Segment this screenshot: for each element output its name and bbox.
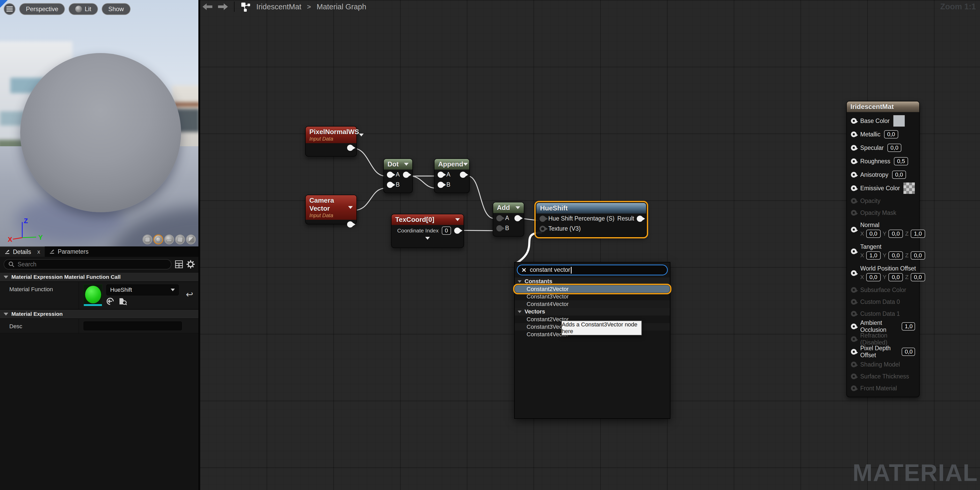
pin-value[interactable]: 0,0 [888,144,902,152]
chevron-down-icon[interactable] [455,218,460,221]
input-pin[interactable] [851,324,857,329]
mesh-cube-button[interactable] [175,235,185,244]
chevron-down-icon[interactable] [515,206,520,209]
use-selected-asset-icon[interactable] [106,297,114,305]
chevron-down-icon[interactable] [359,134,364,136]
z-value[interactable]: 1,0 [911,230,925,238]
y-value[interactable]: 0,0 [888,251,903,260]
pin-row-ambient-occlusion[interactable]: Ambient Occlusion 1,0 [847,320,919,333]
output-pin[interactable] [347,145,353,151]
node-append[interactable]: Append A B [434,158,470,193]
pin-row-roughness[interactable]: Roughness 0,5 [847,155,919,168]
y-value[interactable]: 0,0 [888,230,903,238]
node-texcoord[interactable]: TexCoord[0] Coordinate Index 0 [391,214,464,248]
node-add[interactable]: Add A B [493,202,524,236]
input-pin-a[interactable] [438,172,444,178]
node-camera-vector[interactable]: Camera Vector Input Data [305,195,357,224]
input-pin[interactable] [851,270,857,276]
input-pin-b[interactable] [387,182,393,188]
tab-close-icon[interactable]: x [37,249,40,255]
input-pin[interactable] [851,349,857,354]
pin-row-metallic[interactable]: Metallic 0,0 [847,128,919,141]
input-pin[interactable] [851,185,857,191]
show-button[interactable]: Show [102,3,130,15]
menu-item-constant3vector[interactable]: Constant3Vector [515,293,670,300]
output-pin[interactable] [403,172,409,178]
perspective-button[interactable]: Perspective [19,3,65,15]
forward-arrow-button[interactable] [218,2,228,11]
pin-value[interactable]: 1,0 [902,322,915,330]
x-value[interactable]: 0,0 [866,273,881,281]
x-value[interactable]: 0,0 [866,230,881,238]
z-value[interactable]: 0,0 [911,251,925,260]
output-pin[interactable] [347,221,353,228]
node-dot[interactable]: Dot A B [383,158,413,193]
input-pin[interactable] [851,172,857,177]
pin-value[interactable]: 0,5 [894,157,908,165]
material-graph-canvas[interactable]: IridescentMat > Material Graph Zoom 1:1 … [200,0,980,490]
desc-input[interactable] [84,321,182,330]
input-pin-texture[interactable] [539,226,546,232]
group-vectors[interactable]: Vectors [515,308,670,316]
x-value[interactable]: 1,0 [866,251,881,260]
context-search-input[interactable]: × constant vector [517,265,668,275]
pin-row-specular[interactable]: Specular 0,0 [847,141,919,155]
pin-row-pixel-depth-offset[interactable]: Pixel Depth Offset 0,0 [847,345,919,359]
input-pin-b[interactable] [496,225,503,231]
result-output-pin[interactable] [637,215,643,222]
material-function-combobox[interactable]: HueShift [106,284,179,295]
pin-value[interactable]: 0,0 [902,348,915,356]
tab-parameters[interactable]: Parameters [45,246,93,257]
output-pin[interactable] [460,172,466,178]
group-constants[interactable]: Constants [515,278,670,285]
y-value[interactable]: 0,0 [888,273,903,281]
breadcrumb-page[interactable]: Material Graph [317,3,366,11]
browse-to-asset-icon[interactable] [119,297,127,305]
settings-gear-icon[interactable] [186,260,195,268]
viewport-menu-button[interactable] [4,3,16,15]
menu-item-constant4vector[interactable]: Constant4Vector [515,300,670,308]
preview-viewport[interactable]: Perspective Lit Show Z Y X [0,0,198,246]
input-pin-a[interactable] [496,215,503,221]
section-material-function-call[interactable]: Material Expression Material Function Ca… [0,272,198,282]
z-value[interactable]: 0,0 [911,273,925,281]
back-arrow-button[interactable] [202,2,213,11]
property-matrix-icon[interactable] [175,260,183,268]
mesh-cylinder-button[interactable] [143,235,152,244]
breadcrumb-asset[interactable]: IridescentMat [256,3,301,11]
output-pin[interactable] [454,228,460,234]
lit-mode-button[interactable]: Lit [68,3,98,15]
mesh-custom-button[interactable] [186,235,196,244]
reset-to-default-icon[interactable]: ↩ [186,284,194,300]
input-pin[interactable] [851,145,857,151]
input-pin[interactable] [851,227,857,233]
node-pixelnormalws[interactable]: PixelNormalWS Input Data [305,126,357,156]
menu-item-constant2vector[interactable]: Constant2Vector [515,285,670,293]
mesh-sphere-button[interactable] [153,235,163,244]
input-pin-a[interactable] [387,172,393,178]
pin-value[interactable]: 0,0 [892,171,906,179]
chevron-down-icon[interactable] [404,163,409,166]
expand-node-chevron-icon[interactable] [425,237,430,240]
pin-row-anisotropy[interactable]: Anisotropy 0,0 [847,168,919,182]
output-pin[interactable] [514,215,521,221]
input-pin-hue-shift-percentage[interactable] [539,215,546,222]
node-hueshift[interactable]: HueShift Hue Shift Percentage (S) Result… [536,203,647,237]
section-material-expression[interactable]: Material Expression [0,309,198,319]
tab-details[interactable]: Details x [0,246,45,257]
coordinate-index-value[interactable]: 0 [442,227,451,235]
clear-search-icon[interactable]: × [522,266,527,274]
mesh-plane-button[interactable] [164,235,174,244]
input-pin[interactable] [851,249,857,254]
pin-row-normal[interactable]: Normal X 0,0 Y 0,0 Z 1,0 [847,219,919,241]
chevron-down-icon[interactable] [463,163,468,166]
pin-row-emissive-color[interactable]: Emissive Color [847,182,919,195]
pin-value[interactable]: 0,0 [884,130,898,139]
details-search-input[interactable]: Search [4,259,172,270]
pin-row-tangent[interactable]: Tangent X 1,0 Y 0,0 Z 0,0 [847,241,919,262]
input-pin-b[interactable] [438,182,444,188]
input-pin[interactable] [851,118,857,124]
input-pin[interactable] [851,158,857,164]
node-material-output[interactable]: IridescentMat Base Color Metallic 0,0 Sp… [846,101,920,397]
chevron-down-icon[interactable] [348,206,353,209]
